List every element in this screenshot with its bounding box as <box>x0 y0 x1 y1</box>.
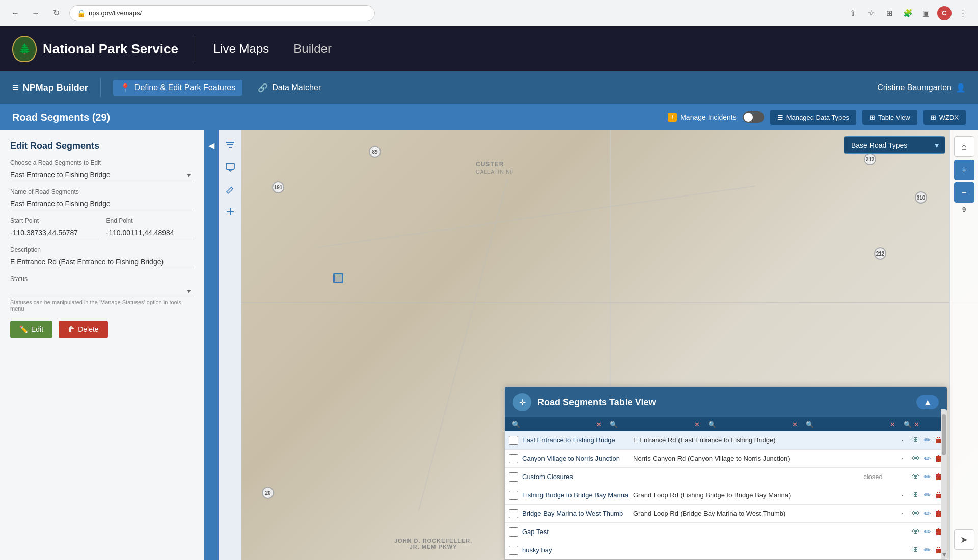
view-icon-6[interactable]: 👁 <box>912 546 920 555</box>
search-cell-2: 🔍 ✕ <box>607 421 702 428</box>
comment-tool-btn[interactable] <box>221 158 239 176</box>
toolbar-define-edit-btn[interactable]: 📍 Define & Edit Park Features <box>113 80 242 96</box>
row-name-3: Fishing Bridge to Bridge Bay Marina <box>522 491 629 499</box>
row-name-6: husky bay <box>522 546 629 554</box>
puzzle-icon[interactable]: 🧩 <box>901 6 915 20</box>
edit-icon-1[interactable]: ✏ <box>924 454 931 463</box>
map-road-diagonal <box>418 179 508 512</box>
wzdx-btn[interactable]: ⊞ WZDX <box>923 110 966 125</box>
sidebar-toggle-arrow-icon: ◀ <box>208 141 214 150</box>
layout-icon[interactable]: ▣ <box>919 6 933 20</box>
managed-data-types-btn[interactable]: ☰ Managed Data Types <box>770 110 856 125</box>
search-input-3[interactable] <box>718 421 790 428</box>
share-icon[interactable]: ⇧ <box>846 6 860 20</box>
map-cursor[interactable] <box>333 273 343 283</box>
menu-icon[interactable]: ⋮ <box>956 6 970 20</box>
table-scrollbar-thumb[interactable] <box>942 414 946 455</box>
app-header: 🌲 National Park Service Live Maps Builde… <box>0 26 978 71</box>
nav-livemaps[interactable]: Live Maps <box>213 42 269 56</box>
bookmark-icon[interactable]: ☆ <box>864 6 878 20</box>
table-collapse-btn[interactable]: ▲ <box>916 395 939 409</box>
edit-panel-title: Edit Road Segments <box>10 141 194 151</box>
map-road-horizontal <box>241 302 978 303</box>
row-checkbox-6[interactable] <box>509 546 518 555</box>
forward-button[interactable]: → <box>29 6 43 20</box>
search-cell-3: 🔍 ✕ <box>705 421 801 428</box>
row-checkbox-3[interactable] <box>509 491 518 500</box>
edit-icon-2[interactable]: ✏ <box>924 472 931 482</box>
start-point-input[interactable] <box>10 227 98 239</box>
zoom-out-button[interactable]: − <box>954 182 974 203</box>
view-icon-2[interactable]: 👁 <box>912 472 920 482</box>
address-bar[interactable]: 🔒 nps.gov/livemaps/ <box>69 5 375 21</box>
choose-road-select[interactable]: East Entrance to Fishing Bridge <box>10 169 194 181</box>
view-icon-1[interactable]: 👁 <box>912 454 920 463</box>
table-view-btn[interactable]: ⊞ Table View <box>862 110 917 125</box>
add-tool-btn[interactable] <box>221 203 239 221</box>
route-marker-310: 310 <box>915 191 927 204</box>
view-icon-0[interactable]: 👁 <box>912 436 920 445</box>
sidebar-collapse-toggle[interactable]: ◀ <box>204 130 219 560</box>
scroll-down-arrow[interactable]: ▼ <box>941 550 947 558</box>
row-actions-3: 👁 ✏ 🗑 <box>912 490 943 500</box>
row-checkbox-2[interactable] <box>509 472 518 482</box>
extensions-icon[interactable]: ⊞ <box>882 6 896 20</box>
search-clear-2[interactable]: ✕ <box>694 421 700 428</box>
home-button[interactable]: ⌂ <box>954 136 974 157</box>
view-icon-5[interactable]: 👁 <box>912 527 920 537</box>
manage-incidents-toggle[interactable] <box>743 111 764 123</box>
edit-icon-0[interactable]: ✏ <box>924 435 931 445</box>
edit-icon-6[interactable]: ✏ <box>924 545 931 555</box>
edit-icon-3[interactable]: ✏ <box>924 490 931 500</box>
search-clear-5[interactable]: ✕ <box>914 421 919 428</box>
npmap-logo-icon: ≡ <box>12 81 19 94</box>
base-road-type-select[interactable]: Base Road Types All Types Primary Second… <box>844 136 945 154</box>
row-checkbox-5[interactable] <box>509 527 518 537</box>
description-input[interactable] <box>10 256 194 268</box>
row-checkbox-1[interactable] <box>509 454 518 463</box>
search-input-2[interactable] <box>620 421 692 428</box>
view-icon-4[interactable]: 👁 <box>912 509 920 518</box>
map-area[interactable]: 89 191 212 212 310 20 CUSTERGALLATIN NF … <box>241 130 978 560</box>
search-input-4[interactable] <box>816 421 888 428</box>
app-header-nav: Live Maps Builder <box>213 42 332 56</box>
table-row: husky bay 👁 ✏ 🗑 <box>505 541 947 559</box>
row-actions-2: 👁 ✏ 🗑 <box>912 472 943 482</box>
nav-builder[interactable]: Builder <box>293 42 332 56</box>
delete-button[interactable]: 🗑 Delete <box>59 321 107 338</box>
view-icon-3[interactable]: 👁 <box>912 491 920 500</box>
search-clear-4[interactable]: ✕ <box>890 421 895 428</box>
name-input[interactable] <box>10 198 194 210</box>
locate-button[interactable]: ➤ <box>954 529 974 550</box>
status-select[interactable] <box>10 285 194 297</box>
main-area: Edit Road Segments Choose a Road Segment… <box>0 130 978 560</box>
map-pin-icon: 📍 <box>120 83 130 93</box>
row-name-5: Gap Test <box>522 528 629 536</box>
end-point-input[interactable] <box>106 227 195 239</box>
edit-button[interactable]: ✏️ Edit <box>10 321 52 338</box>
row-desc-3: Grand Loop Rd (Fishing Bridge to Bridge … <box>633 491 849 499</box>
edit-tool-btn[interactable] <box>221 180 239 199</box>
toolbar-data-matcher-btn[interactable]: 🔗 Data Matcher <box>251 80 328 96</box>
profile-avatar[interactable]: C <box>937 6 952 20</box>
delete-icon: 🗑 <box>68 325 75 333</box>
filter-tool-btn[interactable] <box>221 135 239 154</box>
reload-button[interactable]: ↻ <box>49 6 63 20</box>
search-icon-4: 🔍 <box>806 421 814 428</box>
search-input-1[interactable] <box>522 421 594 428</box>
drag-handle-icon[interactable]: ✛ <box>513 393 531 411</box>
row-name-4: Bridge Bay Marina to West Thumb <box>522 510 629 517</box>
back-button[interactable]: ← <box>8 6 22 20</box>
zoom-in-button[interactable]: + <box>954 160 974 180</box>
search-icon-5: 🔍 <box>904 421 912 428</box>
row-actions-1: 👁 ✏ 🗑 <box>912 454 943 463</box>
search-clear-3[interactable]: ✕ <box>792 421 798 428</box>
row-checkbox-4[interactable] <box>509 509 518 518</box>
edit-icon-5[interactable]: ✏ <box>924 527 931 537</box>
sidebar-panel: Edit Road Segments Choose a Road Segment… <box>0 130 219 560</box>
row-checkbox-0[interactable] <box>509 436 518 445</box>
edit-icon-4[interactable]: ✏ <box>924 509 931 518</box>
table-panel-title: Road Segments Table View <box>537 397 910 408</box>
search-clear-1[interactable]: ✕ <box>596 421 602 428</box>
start-point-group: Start Point <box>10 217 98 239</box>
